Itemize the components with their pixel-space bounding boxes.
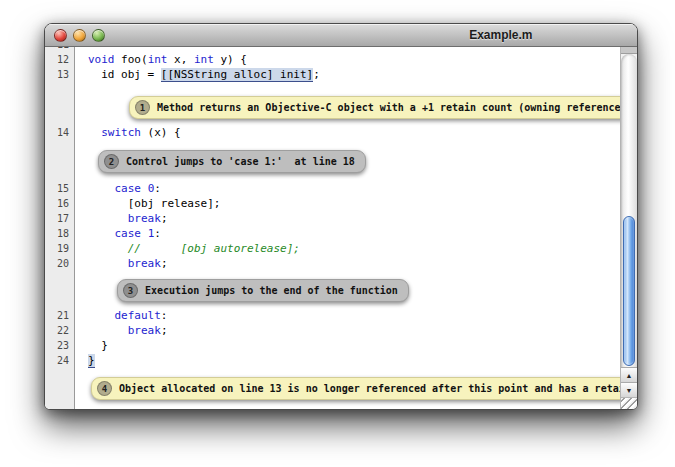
line-number: 20	[45, 256, 75, 271]
code-line[interactable]: 14 switch (x) {	[45, 125, 620, 140]
bubble-step-badge: 1	[135, 100, 150, 115]
line-number: 23	[45, 338, 75, 353]
window-title: Example.m	[469, 24, 532, 46]
code-text: default:	[75, 308, 167, 323]
code-line[interactable]: 19 // [obj autorelease];	[45, 241, 620, 256]
zoom-button[interactable]	[92, 29, 105, 42]
bubble-step-badge: 2	[104, 154, 119, 169]
line-number: 13	[45, 67, 75, 82]
line-number: 18	[45, 226, 75, 241]
bubble-text: Execution jumps to the end of the functi…	[145, 285, 398, 296]
code-line[interactable]: 21 default:	[45, 308, 620, 323]
code-line[interactable]: 17 break;	[45, 211, 620, 226]
code-text: }	[75, 353, 95, 368]
code-line[interactable]: 13 id obj = [[NSString alloc] init];	[45, 67, 620, 82]
window: Example.m 1112void foo(int x, int y) {13…	[44, 23, 638, 410]
code-text: void foo(int x, int y) {	[75, 52, 247, 67]
title-bar[interactable]: Example.m	[45, 24, 637, 47]
code-text: [obj release];	[75, 196, 220, 211]
line-number: 17	[45, 211, 75, 226]
window-controls	[54, 29, 105, 42]
up-arrow-icon: ▲	[626, 372, 633, 379]
analyzer-bubble-3: 3Execution jumps to the end of the funct…	[117, 279, 409, 302]
code-editor[interactable]: 1112void foo(int x, int y) {13 id obj = …	[45, 47, 637, 409]
code-content[interactable]: 1112void foo(int x, int y) {13 id obj = …	[45, 47, 620, 409]
scrollbar-cap	[621, 47, 637, 54]
minimize-button[interactable]	[73, 29, 86, 42]
code-line[interactable]: 24}	[45, 353, 620, 368]
code-text: break;	[75, 256, 168, 271]
line-number: 22	[45, 323, 75, 338]
code-text: id obj = [[NSString alloc] init];	[75, 67, 320, 82]
code-text: break;	[75, 211, 168, 226]
line-number: 15	[45, 181, 75, 196]
line-number: 16	[45, 196, 75, 211]
code-text: }	[75, 338, 108, 353]
code-line[interactable]: 12void foo(int x, int y) {	[45, 52, 620, 67]
bubble-step-badge: 3	[123, 283, 138, 298]
close-button[interactable]	[54, 29, 67, 42]
code-text: case 0:	[75, 181, 161, 196]
bubble-text: Control jumps to 'case 1:' at line 18	[126, 156, 355, 167]
scrollbar-track[interactable]	[621, 54, 637, 367]
code-line[interactable]: 20 break;	[45, 256, 620, 271]
code-line[interactable]: 15 case 0:	[45, 181, 620, 196]
vertical-scrollbar[interactable]: ▲ ▼	[620, 47, 637, 409]
down-arrow-icon: ▼	[626, 387, 633, 394]
analyzer-bubble-2: 2Control jumps to 'case 1:' at line 18	[98, 150, 366, 173]
bubble-step-badge: 4	[97, 381, 112, 396]
resize-grip-icon[interactable]	[621, 397, 637, 409]
scrollbar-thumb[interactable]	[623, 216, 635, 366]
code-text: // [obj autorelease];	[75, 241, 300, 256]
scroll-down-button[interactable]: ▼	[621, 382, 637, 397]
line-number: 14	[45, 125, 75, 140]
bubble-text: Method returns an Objective-C object wit…	[157, 102, 620, 113]
line-number: 12	[45, 52, 75, 67]
analyzer-bubble-1: 1Method returns an Objective-C object wi…	[129, 96, 620, 119]
analyzer-bubble-4: 4Object allocated on line 13 is no longe…	[91, 377, 620, 400]
code-text: switch (x) {	[75, 125, 181, 140]
line-number: 21	[45, 308, 75, 323]
scroll-up-button[interactable]: ▲	[621, 367, 637, 382]
line-number: 19	[45, 241, 75, 256]
line-number: 24	[45, 353, 75, 368]
code-line[interactable]: 18 case 1:	[45, 226, 620, 241]
code-line[interactable]: 22 break;	[45, 323, 620, 338]
code-text: break;	[75, 323, 168, 338]
code-line[interactable]: 23 }	[45, 338, 620, 353]
code-text: case 1:	[75, 226, 161, 241]
code-line[interactable]: 16 [obj release];	[45, 196, 620, 211]
bubble-text: Object allocated on line 13 is no longer…	[119, 383, 620, 394]
